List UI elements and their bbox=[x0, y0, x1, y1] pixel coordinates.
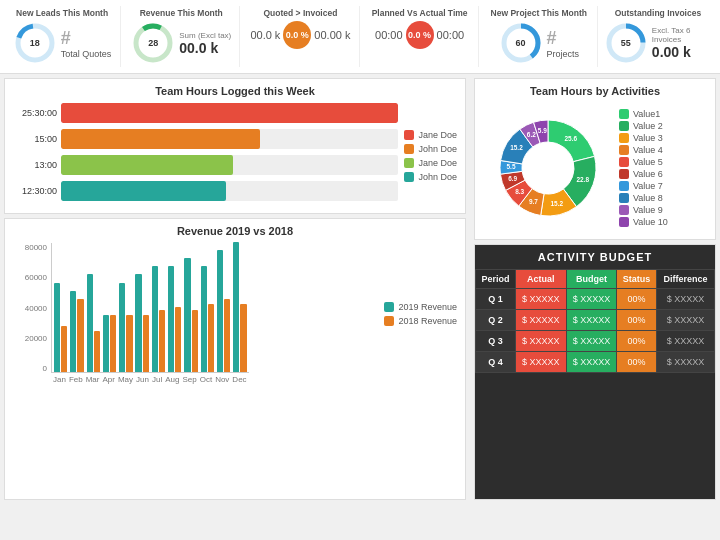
y-label-3: 20000 bbox=[25, 334, 47, 343]
rev-x-label: Apr bbox=[102, 375, 114, 384]
col-difference: Difference bbox=[656, 270, 714, 289]
rev-bar-2019 bbox=[217, 250, 223, 372]
act-legend-dot-9 bbox=[619, 217, 629, 227]
budget-cell-r2-c0: Q 3 bbox=[476, 331, 516, 352]
rev-bar-2019 bbox=[184, 258, 190, 372]
rev-month-group bbox=[54, 283, 67, 372]
kpi-revenue: Revenue This Month 28 Sum (Excl tax) 00.… bbox=[123, 6, 240, 67]
rev-bar-2019 bbox=[119, 283, 125, 372]
rev-bar-2019 bbox=[135, 274, 141, 372]
kpi-row: New Leads This Month 18 # Total Quotes R… bbox=[0, 0, 720, 74]
act-legend-item-6: Value 7 bbox=[619, 181, 668, 191]
kpi-outstanding-sub: Excl. Tax 6 Invoices bbox=[652, 26, 712, 44]
act-legend-label-6: Value 7 bbox=[633, 181, 663, 191]
kpi-planned-right: 00:00 bbox=[437, 29, 465, 41]
donut-label-0: 25.6 bbox=[564, 135, 577, 142]
rev-legend-label-1: 2018 Revenue bbox=[398, 316, 457, 326]
act-legend-dot-4 bbox=[619, 157, 629, 167]
kpi-planned: Planned Vs Actual Time 00:00 0.0 % 00:00 bbox=[362, 6, 479, 67]
rev-legend-label-0: 2019 Revenue bbox=[398, 302, 457, 312]
rev-bar-2018 bbox=[240, 304, 246, 372]
rev-bar-2019 bbox=[70, 291, 76, 372]
budget-cell-r3-c0: Q 4 bbox=[476, 352, 516, 373]
legend-item-3: John Doe bbox=[404, 172, 457, 182]
legend-dot-1 bbox=[404, 144, 414, 154]
act-legend-dot-6 bbox=[619, 181, 629, 191]
revenue-bars-wrap: JanFebMarAprMayJunJulAugSepOctNovDec bbox=[51, 243, 249, 384]
legend-dot-2 bbox=[404, 158, 414, 168]
act-legend-item-1: Value 2 bbox=[619, 121, 668, 131]
act-legend-label-4: Value 5 bbox=[633, 157, 663, 167]
budget-cell-r0-c4: $ XXXXX bbox=[656, 289, 714, 310]
rev-legend-dot-1 bbox=[384, 316, 394, 326]
act-legend-label-2: Value 3 bbox=[633, 133, 663, 143]
y-label-0: 80000 bbox=[25, 243, 47, 252]
rev-bar-2018 bbox=[94, 331, 100, 372]
legend-item-1: John Doe bbox=[404, 144, 457, 154]
budget-cell-r1-c0: Q 2 bbox=[476, 310, 516, 331]
kpi-outstanding: Outstanding Invoices 55 Excl. Tax 6 Invo… bbox=[600, 6, 716, 67]
table-row: Q 2$ XXXXX$ XXXXX00%$ XXXXX bbox=[476, 310, 715, 331]
donut-label-4: 8.3 bbox=[515, 188, 524, 195]
kpi-planned-title: Planned Vs Actual Time bbox=[372, 8, 468, 18]
rev-month-group bbox=[70, 291, 83, 372]
bar-inner-0 bbox=[61, 103, 398, 123]
kpi-quoted-title: Quoted > Invoiced bbox=[263, 8, 337, 18]
kpi-quoted-bubble: 0.0 % bbox=[283, 21, 311, 49]
activities-donut: 25.622.815.29.78.36.95.515.26.25.9 bbox=[483, 103, 613, 233]
act-legend-item-2: Value 3 bbox=[619, 133, 668, 143]
bar-inner-2 bbox=[61, 155, 233, 175]
table-row: 13:00 bbox=[13, 155, 398, 175]
bar-outer-1 bbox=[61, 129, 398, 149]
rev-bar-2018 bbox=[208, 304, 214, 372]
rev-month-group bbox=[103, 315, 116, 372]
rev-x-label: May bbox=[118, 375, 133, 384]
act-legend-dot-2 bbox=[619, 133, 629, 143]
y-label-1: 60000 bbox=[25, 273, 47, 282]
act-legend-dot-8 bbox=[619, 205, 629, 215]
kpi-revenue-value: 00.0 k bbox=[179, 40, 231, 56]
bar-label-3: 12:30:00 bbox=[13, 186, 57, 196]
budget-cell-r1-c4: $ XXXXX bbox=[656, 310, 714, 331]
kpi-revenue-donut: 28 bbox=[131, 21, 175, 65]
act-legend-item-3: Value 4 bbox=[619, 145, 668, 155]
bar-legend: Jane Doe John Doe Jane Doe John Doe bbox=[404, 103, 457, 207]
rev-month-group bbox=[87, 274, 100, 372]
legend-item-0: Jane Doe bbox=[404, 130, 457, 140]
rev-bar-2019 bbox=[233, 242, 239, 372]
rev-bar-2018 bbox=[224, 299, 230, 372]
activities-chart: Team Hours by Activities 25.622.815.29.7… bbox=[474, 78, 716, 240]
act-legend-label-8: Value 9 bbox=[633, 205, 663, 215]
budget-cell-r0-c1: $ XXXXX bbox=[515, 289, 566, 310]
kpi-outstanding-donut: 55 bbox=[604, 21, 648, 65]
budget-cell-r0-c0: Q 1 bbox=[476, 289, 516, 310]
legend-item-2: Jane Doe bbox=[404, 158, 457, 168]
act-legend-dot-5 bbox=[619, 169, 629, 179]
act-legend-label-0: Value1 bbox=[633, 109, 660, 119]
budget-cell-r1-c2: $ XXXXX bbox=[566, 310, 617, 331]
table-row: Q 4$ XXXXX$ XXXXX00%$ XXXXX bbox=[476, 352, 715, 373]
donut-label-5: 6.9 bbox=[508, 175, 517, 182]
bar-inner-1 bbox=[61, 129, 260, 149]
legend-label-1: John Doe bbox=[418, 144, 457, 154]
bar-outer-3 bbox=[61, 181, 398, 201]
legend-dot-0 bbox=[404, 130, 414, 140]
budget-table: Period Actual Budget Status Difference Q… bbox=[475, 269, 715, 373]
budget-cell-r2-c3: 00% bbox=[617, 331, 656, 352]
revenue-title: Revenue 2019 vs 2018 bbox=[13, 225, 457, 237]
budget-cell-r2-c4: $ XXXXX bbox=[656, 331, 714, 352]
rev-month-group bbox=[152, 266, 165, 372]
budget-cell-r2-c2: $ XXXXX bbox=[566, 331, 617, 352]
act-legend-label-7: Value 8 bbox=[633, 193, 663, 203]
bar-chart-area: 25:30:00 15:00 13:00 bbox=[13, 103, 398, 207]
rev-bar-2018 bbox=[175, 307, 181, 372]
act-legend-item-9: Value 10 bbox=[619, 217, 668, 227]
budget-cell-r2-c1: $ XXXXX bbox=[515, 331, 566, 352]
bar-label-1: 15:00 bbox=[13, 134, 57, 144]
legend-label-2: Jane Doe bbox=[418, 158, 457, 168]
donut-label-3: 9.7 bbox=[529, 198, 538, 205]
rev-bar-2018 bbox=[77, 299, 83, 372]
act-legend-label-5: Value 6 bbox=[633, 169, 663, 179]
act-legend-item-0: Value1 bbox=[619, 109, 668, 119]
act-legend-item-8: Value 9 bbox=[619, 205, 668, 215]
